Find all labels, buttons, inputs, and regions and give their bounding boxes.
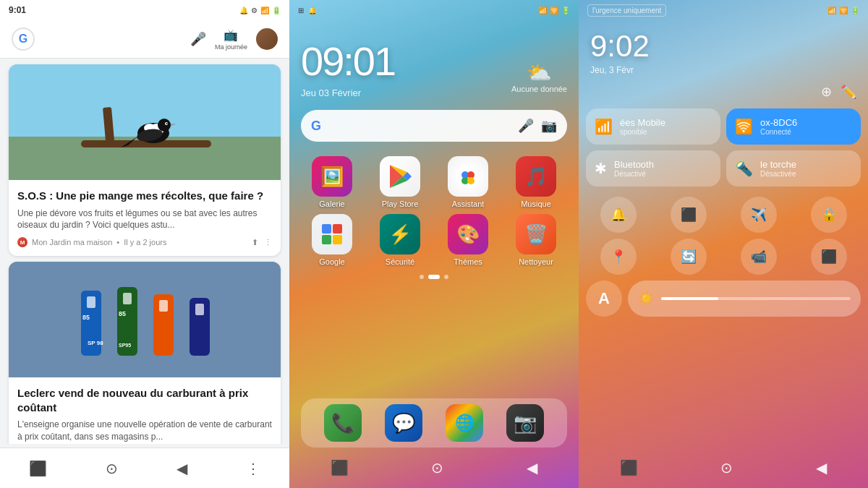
- search-google-logo: G: [311, 119, 321, 134]
- card1-actions[interactable]: ⬆ ⋮: [252, 238, 272, 247]
- nettoyeur-label: Nettoyeur: [519, 257, 553, 266]
- ctrl-settings-icon[interactable]: ⊕: [821, 84, 832, 100]
- svg-rect-20: [159, 300, 168, 312]
- ctrl-tile-mobile[interactable]: 📶 ées Mobile sponible: [586, 108, 720, 145]
- app-nettoyeur[interactable]: 🗑️ Nettoyeur: [505, 214, 567, 266]
- feed-search-bar[interactable]: G 🎤 📺 Ma journée: [0, 20, 289, 59]
- home-apps-grid: 🖼️ Galerie Play Store: [289, 150, 579, 272]
- dot-3: [444, 275, 448, 279]
- dock-chrome-icon[interactable]: 🌐: [446, 404, 483, 442]
- home-status-bar: ⊞ 🔔 📶 🛜 🔋: [289, 0, 579, 20]
- app-themes[interactable]: 🎨 Thèmes: [437, 214, 499, 266]
- search-mic-icon[interactable]: 🎤: [518, 118, 534, 134]
- playstore-icon: [380, 156, 420, 197]
- ctrl-wifi: 🛜: [839, 7, 848, 14]
- musique-icon: 🎵: [516, 156, 556, 197]
- home-weather: ⛅ Aucune donnée: [511, 61, 567, 93]
- brightness-icon: ☀️: [638, 291, 654, 307]
- ctrl-lock-tile[interactable]: 🔒: [811, 197, 847, 233]
- musique-label: Musique: [521, 200, 551, 208]
- ctrl-edit-icon[interactable]: ✏️: [841, 84, 856, 100]
- google-cell-4: [333, 235, 342, 244]
- google-logo: G: [12, 27, 35, 51]
- ctrl-brightness-slider[interactable]: ☀️: [628, 281, 861, 317]
- app-assistant[interactable]: Assistant: [437, 156, 499, 208]
- home-nav-square[interactable]: ⬛: [331, 459, 349, 476]
- ctrl-tile-wifi[interactable]: 🛜 ox-8DC6 Connecté: [726, 108, 861, 145]
- ctrl-wifi-label: ox-8DC6: [760, 117, 797, 128]
- ctrl-nav-square[interactable]: ⬛: [620, 459, 638, 476]
- nav-square[interactable]: ⬛: [29, 460, 47, 477]
- ctrl-location-tile[interactable]: 📍: [600, 239, 637, 275]
- home-nav-home[interactable]: ⊙: [431, 459, 443, 476]
- ctrl-small-grid-1: 🔔 ⬛ ✈️ 🔒: [579, 197, 868, 233]
- card2-excerpt: L'enseigne organise une nouvelle opérati…: [17, 419, 272, 443]
- home-navbar: ⬛ ⊙ ◀: [289, 448, 579, 488]
- ctrl-tile-flashlight[interactable]: 🔦 le torche Désactivée: [726, 150, 861, 187]
- app-galerie[interactable]: 🖼️ Galerie: [301, 156, 363, 208]
- journey-label: Ma journée: [215, 43, 247, 51]
- home-search-bar[interactable]: G 🎤 📷: [301, 110, 567, 142]
- more-icon[interactable]: ⋮: [264, 238, 272, 247]
- card1-meta: M Mon Jardin ma maison • Il y a 2 jours …: [17, 237, 272, 247]
- nav-back[interactable]: ◀: [176, 460, 187, 477]
- ctrl-nav-home[interactable]: ⊙: [720, 459, 733, 476]
- dock-sms-icon[interactable]: 💬: [385, 404, 422, 442]
- mic-icon[interactable]: 🎤: [190, 31, 206, 47]
- feed-card-bird[interactable]: S.O.S : Une pie mange mes récoltes, que …: [9, 64, 281, 256]
- google-label: Google: [319, 257, 344, 266]
- ctrl-battery: 🔋: [851, 7, 859, 14]
- playstore-svg: [387, 163, 413, 189]
- brightness-bar: [661, 297, 851, 300]
- galerie-icon: 🖼️: [312, 156, 352, 197]
- nav-menu[interactable]: ⋮: [246, 460, 260, 477]
- ctrl-wifi-sub: Connecté: [760, 128, 797, 136]
- journey-icon: 📺: [224, 28, 238, 42]
- ctrl-expand-tile[interactable]: ⬛: [811, 239, 847, 275]
- panel-feed: 9:01 🔔 ⚙ 📶 🔋 G 🎤 📺 Ma journée: [0, 0, 289, 488]
- user-avatar[interactable]: [256, 28, 278, 50]
- lens-icon[interactable]: 📷: [541, 118, 557, 134]
- share-icon[interactable]: ⬆: [252, 238, 258, 247]
- journey-button[interactable]: 📺 Ma journée: [215, 28, 247, 51]
- ctrl-camera-tile[interactable]: 📹: [741, 239, 777, 275]
- signal-icon: 📶: [538, 7, 547, 14]
- ctrl-nav-back[interactable]: ◀: [816, 459, 827, 476]
- ctrl-bt-sub: Désactivé: [614, 170, 654, 178]
- ctrl-flash-text: le torche Désactivée: [760, 159, 796, 178]
- securite-label: Sécurité: [386, 257, 414, 266]
- card2-title: Leclerc vend de nouveau du carburant à p…: [17, 386, 272, 414]
- dock-camera-icon[interactable]: 📷: [506, 404, 544, 442]
- securite-icon: ⚡: [380, 214, 420, 254]
- feed-card-fuel[interactable]: SP 98 SP95 85 85 Leclerc vend de nouveau…: [9, 262, 281, 444]
- card1-time: Il y a 2 jours: [124, 238, 166, 247]
- dock-phone-icon[interactable]: 📞: [324, 404, 362, 442]
- feed-status-bar: 9:01 🔔 ⚙ 📶 🔋: [0, 0, 289, 20]
- ctrl-refresh-tile[interactable]: 🔄: [671, 239, 707, 275]
- app-playstore[interactable]: Play Store: [369, 156, 431, 208]
- feed-search-actions: 🎤 📺 Ma journée: [190, 28, 278, 51]
- ctrl-airplane-tile[interactable]: ✈️: [741, 197, 777, 233]
- google-icon: [312, 214, 352, 254]
- app-musique[interactable]: 🎵 Musique: [505, 156, 567, 208]
- ctrl-bell-tile[interactable]: 🔔: [600, 197, 637, 233]
- app-securite[interactable]: ⚡ Sécurité: [369, 214, 431, 266]
- nav-home[interactable]: ⊙: [106, 460, 118, 477]
- app-google[interactable]: Google: [301, 214, 363, 266]
- svg-rect-11: [9, 262, 281, 377]
- home-notification-icon: 🔔: [308, 7, 317, 14]
- home-status-right: 📶 🛜 🔋: [538, 7, 570, 14]
- svg-rect-22: [195, 304, 204, 315]
- google-cell-2: [333, 224, 342, 234]
- ctrl-screen-tile[interactable]: ⬛: [671, 197, 707, 233]
- wifi-icon-home: 🛜: [550, 7, 558, 14]
- home-nav-back[interactable]: ◀: [527, 459, 537, 476]
- ctrl-flash-sub: Désactivée: [760, 170, 796, 178]
- svg-point-8: [158, 119, 171, 132]
- ctrl-tile-bluetooth[interactable]: ✱ Bluetooth Désactivé: [586, 150, 720, 187]
- svg-rect-14: [87, 296, 95, 308]
- svg-text:SP95: SP95: [119, 343, 131, 348]
- ctrl-signal: 📶: [827, 7, 836, 14]
- ctrl-a-button[interactable]: A: [586, 281, 622, 317]
- svg-text:85: 85: [119, 310, 126, 317]
